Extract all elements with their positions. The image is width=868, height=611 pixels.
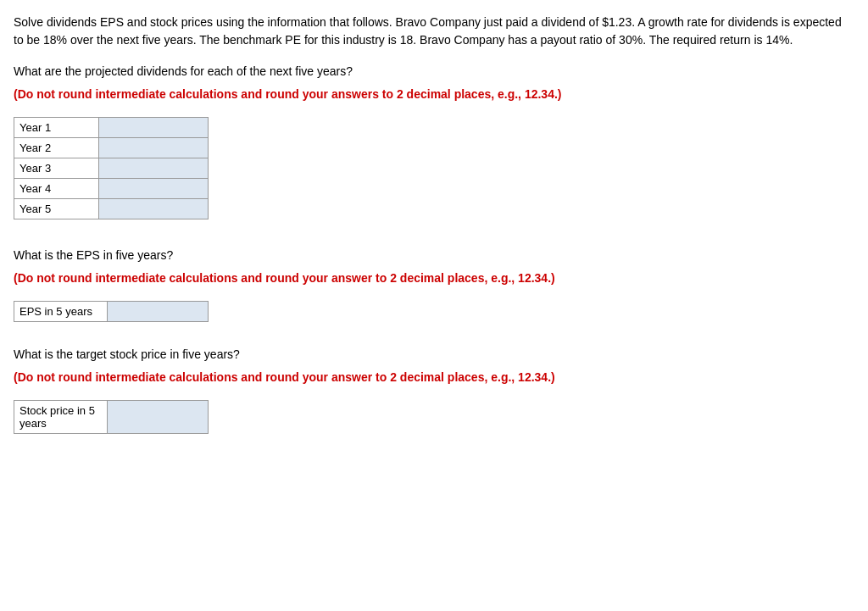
- section2-question: What is the EPS in five years?: [14, 247, 854, 264]
- table-row: Year 1: [14, 118, 209, 138]
- stock-price-label: Stock price in 5 years: [14, 401, 108, 433]
- section1-instruction: (Do not round intermediate calculations …: [14, 86, 854, 103]
- section3-instruction: (Do not round intermediate calculations …: [14, 369, 854, 386]
- year-label-3: Year 3: [14, 158, 99, 179]
- year-input-cell-4[interactable]: [98, 179, 208, 199]
- year-input-2[interactable]: [104, 142, 203, 154]
- stock-price-input[interactable]: [113, 411, 203, 424]
- dividends-table: Year 1Year 2Year 3Year 4Year 5: [14, 117, 209, 219]
- year-label-4: Year 4: [14, 179, 99, 199]
- year-input-cell-5[interactable]: [98, 199, 208, 219]
- eps-input-cell[interactable]: [108, 302, 208, 321]
- year-input-cell-2[interactable]: [98, 138, 208, 158]
- dividends-table-container: Year 1Year 2Year 3Year 4Year 5: [14, 117, 854, 219]
- eps-label: EPS in 5 years: [14, 302, 108, 321]
- section-stock-price: What is the target stock price in five y…: [14, 346, 854, 434]
- year-input-cell-3[interactable]: [98, 158, 208, 179]
- table-row: Year 3: [14, 158, 209, 179]
- section1-question: What are the projected dividends for eac…: [14, 63, 854, 81]
- year-input-4[interactable]: [104, 182, 203, 195]
- year-input-5[interactable]: [104, 203, 203, 215]
- table-row: Year 2: [14, 138, 209, 158]
- section-eps: What is the EPS in five years? (Do not r…: [14, 247, 854, 322]
- year-label-2: Year 2: [14, 138, 99, 158]
- year-input-3[interactable]: [104, 162, 203, 175]
- year-label-1: Year 1: [14, 118, 99, 138]
- section-dividends: What are the projected dividends for eac…: [14, 63, 854, 219]
- stock-price-input-row: Stock price in 5 years: [14, 400, 209, 434]
- table-row: Year 5: [14, 199, 209, 219]
- year-input-cell-1[interactable]: [98, 118, 208, 138]
- table-row: Year 4: [14, 179, 209, 199]
- eps-input[interactable]: [113, 305, 203, 318]
- year-input-1[interactable]: [104, 121, 203, 134]
- stock-price-input-cell[interactable]: [108, 401, 208, 433]
- eps-input-row: EPS in 5 years: [14, 301, 209, 322]
- section2-instruction: (Do not round intermediate calculations …: [14, 269, 854, 287]
- intro-paragraph: Solve dividends EPS and stock prices usi…: [14, 14, 854, 49]
- year-label-5: Year 5: [14, 199, 99, 219]
- section3-question: What is the target stock price in five y…: [14, 346, 854, 364]
